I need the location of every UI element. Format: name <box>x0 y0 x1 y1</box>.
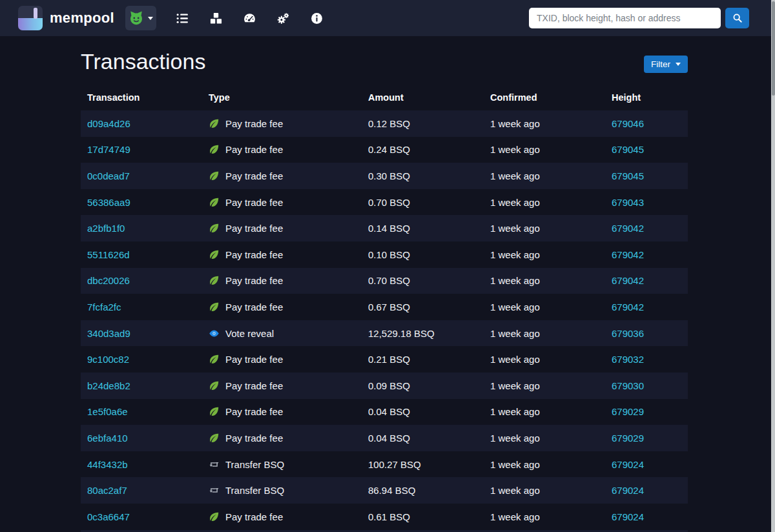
amount-cell: 0.61 BSQ <box>362 504 484 530</box>
txid-link[interactable]: a2bfb1f0 <box>87 223 125 234</box>
height-link[interactable]: 679029 <box>612 406 644 417</box>
amount-value: 0.30 BSQ <box>368 170 410 181</box>
amount-value: 0.09 BSQ <box>368 380 410 391</box>
type-label: Pay trade fee <box>225 197 283 208</box>
txid-link[interactable]: b24de8b2 <box>87 380 130 391</box>
confirmed-value: 1 week ago <box>490 406 540 417</box>
height-link[interactable]: 679024 <box>612 485 644 496</box>
amount-cell: 0.67 BSQ <box>362 294 484 320</box>
txid-link[interactable]: 9c100c82 <box>87 354 129 365</box>
type-label: Pay trade fee <box>225 223 283 234</box>
nav-dashboard-link[interactable] <box>243 11 257 25</box>
amount-cell: 0.30 BSQ <box>362 163 484 189</box>
amount-value: 0.61 BSQ <box>368 511 410 522</box>
txid-link[interactable]: 0c0dead7 <box>87 170 130 181</box>
height-link[interactable]: 679029 <box>612 433 644 444</box>
confirmed-value: 1 week ago <box>490 511 540 522</box>
confirmed-value: 1 week ago <box>490 485 540 496</box>
height-link[interactable]: 679045 <box>612 144 644 155</box>
nav-blocks-link[interactable] <box>209 11 223 25</box>
filter-button[interactable]: Filter <box>644 56 688 73</box>
amount-value: 0.70 BSQ <box>368 197 410 208</box>
amount-cell: 0.12 BSQ <box>362 110 484 137</box>
txid-link[interactable]: d09a4d26 <box>87 118 130 129</box>
amount-value: 86.94 BSQ <box>368 485 415 496</box>
type-label: Pay trade fee <box>225 275 283 286</box>
type-label: Pay trade fee <box>225 144 283 155</box>
amount-cell: 100.27 BSQ <box>362 451 484 478</box>
confirmed-value: 1 week ago <box>490 197 540 208</box>
nav-transactions-link[interactable] <box>176 11 190 25</box>
txid-link[interactable]: 340d3ad9 <box>87 328 130 339</box>
confirmed-cell: 1 week ago <box>484 373 605 399</box>
txid-link[interactable]: 5511626d <box>87 249 130 260</box>
type-label: Transfer BSQ <box>225 485 284 496</box>
confirmed-cell: 1 week ago <box>484 268 605 294</box>
nav-about-link[interactable] <box>310 11 324 25</box>
nav-stats-link[interactable] <box>276 11 291 25</box>
txid-link[interactable]: 6ebfa410 <box>87 433 128 444</box>
type-label: Pay trade fee <box>225 170 283 181</box>
amount-cell: 0.14 BSQ <box>362 215 484 241</box>
height-link[interactable]: 679024 <box>612 459 644 470</box>
txid-link[interactable]: dbc20026 <box>87 275 130 286</box>
txid-link[interactable]: 0c3a6647 <box>87 511 130 522</box>
leaf-icon <box>209 118 220 129</box>
header-height: Height <box>605 86 688 110</box>
txid-link[interactable]: 17d74749 <box>87 144 130 155</box>
table-row: 7fcfa2fc Pay trade fee 0.67 BSQ 1 week a… <box>81 294 688 320</box>
cubes-icon <box>209 12 223 25</box>
txid-link[interactable]: 1e5f0a6e <box>87 406 128 417</box>
brand-title: mempool <box>50 10 114 26</box>
table-row: 340d3ad9 Vote reveal 12,529.18 BSQ 1 wee… <box>81 320 688 347</box>
txid-link[interactable]: 44f3432b <box>87 459 128 470</box>
height-link[interactable]: 679043 <box>612 197 644 208</box>
scrollbar-track[interactable] <box>771 0 775 532</box>
amount-cell: 0.70 BSQ <box>362 189 484 216</box>
eye-icon <box>209 328 220 339</box>
page-title: Transactions <box>81 49 205 74</box>
scrollbar-thumb[interactable] <box>772 1 775 96</box>
search-input[interactable] <box>529 8 721 28</box>
height-link[interactable]: 679036 <box>612 328 644 339</box>
search-button[interactable] <box>725 8 749 28</box>
height-link[interactable]: 679032 <box>612 354 644 365</box>
confirmed-value: 1 week ago <box>490 275 540 286</box>
height-link[interactable]: 679045 <box>612 170 644 181</box>
height-link[interactable]: 679042 <box>612 275 644 286</box>
txid-link[interactable]: 7fcfa2fc <box>87 302 121 312</box>
txid-link[interactable]: 56386aa9 <box>87 197 130 208</box>
home-link[interactable]: mempool <box>18 6 114 30</box>
height-link[interactable]: 679042 <box>612 302 644 312</box>
amount-value: 0.12 BSQ <box>368 118 410 129</box>
table-row: 5511626d Pay trade fee 0.10 BSQ 1 week a… <box>81 241 688 268</box>
table-row-partial <box>81 530 688 532</box>
confirmed-cell: 1 week ago <box>484 241 605 268</box>
confirmed-cell: 1 week ago <box>484 163 605 189</box>
network-dropdown-button[interactable] <box>125 6 156 30</box>
table-row: 56386aa9 Pay trade fee 0.70 BSQ 1 week a… <box>81 189 688 216</box>
confirmed-value: 1 week ago <box>490 118 540 129</box>
height-link[interactable]: 679042 <box>612 223 644 234</box>
leaf-icon <box>209 275 220 286</box>
table-row: 6ebfa410 Pay trade fee 0.04 BSQ 1 week a… <box>81 425 688 451</box>
height-link[interactable]: 679024 <box>612 511 644 522</box>
leaf-icon <box>209 170 220 181</box>
amount-value: 100.27 BSQ <box>368 459 421 470</box>
height-link[interactable]: 679046 <box>612 118 644 129</box>
table-row: a2bfb1f0 Pay trade fee 0.14 BSQ 1 week a… <box>81 215 688 241</box>
leaf-icon <box>209 406 220 417</box>
height-link[interactable]: 679030 <box>612 380 644 391</box>
retweet-icon <box>209 459 220 470</box>
amount-cell: 0.24 BSQ <box>362 137 484 163</box>
height-link[interactable]: 679042 <box>612 249 644 260</box>
table-row: 9c100c82 Pay trade fee 0.21 BSQ 1 week a… <box>81 346 688 373</box>
leaf-icon <box>209 302 220 312</box>
confirmed-cell: 1 week ago <box>484 110 605 137</box>
type-label: Pay trade fee <box>225 354 283 365</box>
type-label: Pay trade fee <box>225 118 283 129</box>
gauge-icon <box>243 12 256 25</box>
tx-table-body: d09a4d26 Pay trade fee 0.12 BSQ 1 week a… <box>81 110 688 532</box>
txid-link[interactable]: 80ac2af7 <box>87 485 127 496</box>
search-form <box>529 8 749 28</box>
